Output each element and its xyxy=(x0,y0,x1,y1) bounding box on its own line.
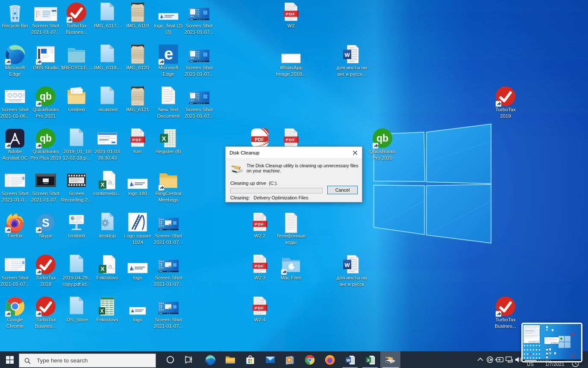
svg-text:X: X xyxy=(367,358,370,362)
svg-text:W: W xyxy=(347,358,350,362)
